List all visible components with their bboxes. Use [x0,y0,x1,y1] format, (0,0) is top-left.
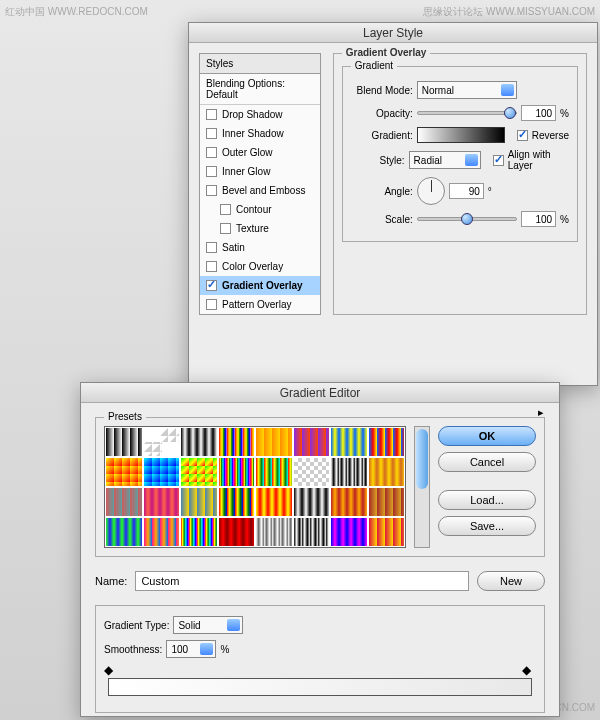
preset-swatch[interactable] [143,457,181,487]
preset-swatch[interactable] [255,517,293,547]
presets-menu-icon[interactable]: ▸ [538,406,544,419]
preset-swatch[interactable] [368,487,406,517]
layer-style-dialog: Layer Style Styles Blending Options: Def… [188,22,598,386]
style-item-label: Pattern Overlay [222,299,291,310]
scale-slider[interactable] [417,217,517,221]
save-button[interactable]: Save... [438,516,536,536]
preset-swatch[interactable] [293,517,331,547]
style-item-color-overlay[interactable]: Color Overlay [200,257,320,276]
preset-swatch[interactable] [330,487,368,517]
style-item-label: Gradient Overlay [222,280,303,291]
load-button[interactable]: Load... [438,490,536,510]
preset-swatch[interactable] [293,427,331,457]
gradient-editor-title: Gradient Editor [81,383,559,403]
preset-swatch[interactable] [368,427,406,457]
preset-swatch[interactable] [180,517,218,547]
preset-swatch[interactable] [180,457,218,487]
presets-scrollbar[interactable] [414,426,430,548]
angle-label: Angle: [351,186,413,197]
styles-list: Blending Options: Default Drop ShadowInn… [199,73,321,315]
preset-swatch[interactable] [218,427,256,457]
style-item-pattern-overlay[interactable]: Pattern Overlay [200,295,320,314]
gradient-type-group: Gradient Type: Solid Smoothness: 100 % [95,605,545,713]
cancel-button[interactable]: Cancel [438,452,536,472]
style-item-satin[interactable]: Satin [200,238,320,257]
blending-options-header[interactable]: Blending Options: Default [200,74,320,105]
preset-swatch[interactable] [105,487,143,517]
style-checkbox[interactable] [206,109,217,120]
style-checkbox[interactable] [206,128,217,139]
smoothness-input[interactable]: 100 [166,640,216,658]
preset-swatch[interactable] [180,427,218,457]
gradient-bar[interactable] [108,678,532,696]
style-item-label: Texture [236,223,269,234]
style-item-label: Bevel and Emboss [222,185,305,196]
style-item-inner-glow[interactable]: Inner Glow [200,162,320,181]
angle-dial[interactable] [417,177,445,205]
gradient-overlay-panel: Gradient Overlay Gradient Blend Mode: No… [333,53,587,315]
watermark-top-right: 思缘设计论坛 WWW.MISSYUAN.COM [423,5,595,19]
preset-swatch[interactable] [293,457,331,487]
preset-grid[interactable] [104,426,406,548]
new-button[interactable]: New [477,571,545,591]
preset-swatch[interactable] [218,457,256,487]
preset-swatch[interactable] [330,517,368,547]
preset-swatch[interactable] [143,487,181,517]
reverse-checkbox[interactable] [517,130,528,141]
style-select[interactable]: Radial [409,151,482,169]
preset-swatch[interactable] [255,427,293,457]
smoothness-label: Smoothness: [104,644,162,655]
style-item-texture[interactable]: Texture [200,219,320,238]
style-checkbox[interactable] [220,223,231,234]
style-checkbox[interactable] [206,299,217,310]
opacity-slider[interactable] [417,111,517,115]
gradient-type-label: Gradient Type: [104,620,169,631]
opacity-stop-right[interactable] [524,666,534,676]
preset-swatch[interactable] [105,457,143,487]
layer-style-title: Layer Style [189,23,597,43]
preset-swatch[interactable] [105,427,143,457]
gradient-type-select[interactable]: Solid [173,616,243,634]
presets-label: Presets [104,411,146,422]
style-checkbox[interactable] [206,261,217,272]
preset-swatch[interactable] [330,457,368,487]
style-checkbox[interactable] [220,204,231,215]
ok-button[interactable]: OK [438,426,536,446]
preset-swatch[interactable] [330,427,368,457]
preset-swatch[interactable] [368,517,406,547]
blend-mode-select[interactable]: Normal [417,81,517,99]
style-item-gradient-overlay[interactable]: Gradient Overlay [200,276,320,295]
style-checkbox[interactable] [206,185,217,196]
opacity-input[interactable] [521,105,556,121]
style-checkbox[interactable] [206,166,217,177]
style-checkbox[interactable] [206,147,217,158]
style-item-drop-shadow[interactable]: Drop Shadow [200,105,320,124]
name-input[interactable] [135,571,469,591]
preset-swatch[interactable] [293,487,331,517]
opacity-stop-left[interactable] [106,666,116,676]
scale-input[interactable] [521,211,556,227]
reverse-label: Reverse [532,130,569,141]
preset-swatch[interactable] [143,517,181,547]
preset-swatch[interactable] [255,457,293,487]
preset-swatch[interactable] [105,517,143,547]
style-item-bevel-and-emboss[interactable]: Bevel and Emboss [200,181,320,200]
styles-header[interactable]: Styles [199,53,321,73]
align-checkbox[interactable] [493,155,504,166]
preset-swatch[interactable] [180,487,218,517]
preset-swatch[interactable] [218,517,256,547]
style-item-outer-glow[interactable]: Outer Glow [200,143,320,162]
preset-swatch[interactable] [368,457,406,487]
preset-swatch[interactable] [143,427,181,457]
watermark-top-left: 红动中国 WWW.REDOCN.COM [5,5,148,19]
style-checkbox[interactable] [206,280,217,291]
style-checkbox[interactable] [206,242,217,253]
style-item-label: Contour [236,204,272,215]
angle-input[interactable] [449,183,484,199]
preset-swatch[interactable] [255,487,293,517]
panel-title: Gradient Overlay [342,47,431,58]
style-item-inner-shadow[interactable]: Inner Shadow [200,124,320,143]
preset-swatch[interactable] [218,487,256,517]
gradient-swatch[interactable] [417,127,505,143]
style-item-contour[interactable]: Contour [200,200,320,219]
